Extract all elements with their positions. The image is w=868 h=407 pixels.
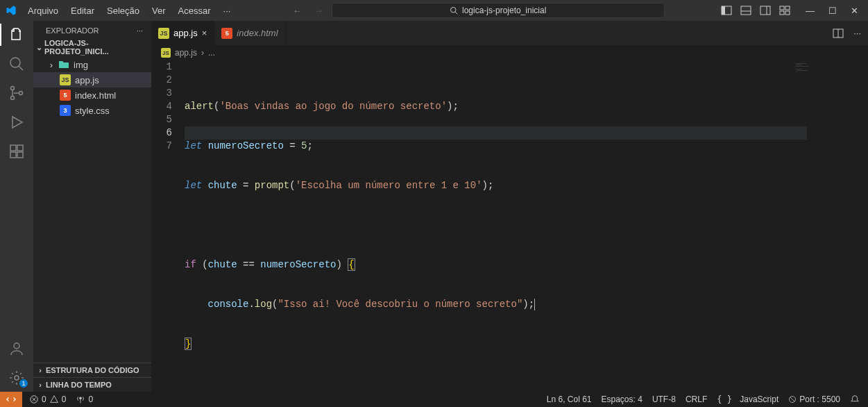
tree-label: img bbox=[74, 60, 88, 70]
layout-panel-icon[interactable] bbox=[740, 5, 751, 16]
svg-line-13 bbox=[19, 66, 23, 70]
svg-rect-11 bbox=[785, 11, 790, 15]
layout-sidebar-left-icon[interactable] bbox=[721, 5, 732, 16]
svg-rect-18 bbox=[10, 152, 16, 158]
settings-badge: 1 bbox=[19, 379, 28, 388]
code-lines[interactable]: alert('Boas vindas ao jogo do número sec… bbox=[185, 60, 868, 377]
command-center[interactable]: logica-js-projeto_inicial bbox=[332, 3, 665, 18]
close-icon[interactable]: ✕ bbox=[851, 6, 858, 16]
menu-selecao[interactable]: Seleção bbox=[101, 3, 145, 19]
tab-indexhtml[interactable]: 5 index.html bbox=[214, 21, 285, 45]
tree-label: index.html bbox=[75, 90, 116, 101]
cursor-position[interactable]: Ln 6, Col 61 bbox=[547, 394, 592, 404]
svg-point-21 bbox=[14, 343, 19, 349]
encoding-status[interactable]: UTF-8 bbox=[652, 394, 676, 404]
tree-label: app.js bbox=[75, 75, 99, 85]
tab-close-icon[interactable]: × bbox=[202, 28, 207, 38]
css-file-icon: 3 bbox=[60, 105, 71, 116]
svg-rect-17 bbox=[10, 145, 16, 151]
html-file-icon: 5 bbox=[221, 28, 232, 39]
tab-label: app.js bbox=[173, 28, 198, 38]
search-activity-icon[interactable] bbox=[8, 56, 25, 72]
svg-line-30 bbox=[790, 397, 794, 401]
timeline-section[interactable]: ›LINHA DO TEMPO bbox=[33, 377, 151, 392]
status-bar: 0 0 0 Ln 6, Col 61 Espaços: 4 UTF-8 CRLF… bbox=[0, 392, 868, 407]
tab-label: index.html bbox=[237, 28, 278, 38]
warning-icon bbox=[49, 394, 59, 404]
notifications-icon[interactable] bbox=[850, 394, 860, 404]
tree-file-indexhtml[interactable]: 5 index.html bbox=[33, 88, 151, 103]
extensions-icon[interactable] bbox=[8, 143, 25, 160]
minimize-icon[interactable]: — bbox=[806, 6, 815, 16]
split-editor-icon[interactable] bbox=[833, 28, 844, 39]
menu-arquivo[interactable]: Arquivo bbox=[22, 3, 64, 19]
menu-acessar[interactable]: Acessar bbox=[173, 3, 216, 19]
explorer-icon[interactable] bbox=[8, 26, 25, 43]
svg-point-14 bbox=[11, 87, 15, 90]
sidebar: EXPLORADOR ··· ⌄LOGICA-JS-PROJETO_INICI.… bbox=[33, 21, 151, 392]
outline-section[interactable]: ›ESTRUTURA DO CÓDIGO bbox=[33, 363, 151, 377]
vscode-icon bbox=[6, 5, 17, 16]
menu-more[interactable]: ··· bbox=[218, 3, 237, 19]
svg-line-1 bbox=[455, 12, 457, 14]
remote-indicator[interactable] bbox=[0, 392, 22, 407]
maximize-icon[interactable]: ☐ bbox=[828, 6, 837, 16]
editor-more-icon[interactable]: ··· bbox=[853, 28, 861, 39]
tree-file-appjs[interactable]: JS app.js bbox=[33, 72, 151, 88]
settings-gear-icon[interactable]: 1 bbox=[8, 369, 25, 386]
live-server-status[interactable]: Port : 5500 bbox=[788, 394, 840, 404]
broadcast-icon bbox=[788, 395, 797, 404]
project-section[interactable]: ⌄LOGICA-JS-PROJETO_INICI... bbox=[33, 38, 151, 57]
svg-rect-4 bbox=[741, 6, 751, 15]
text-cursor bbox=[534, 299, 535, 310]
js-file-icon: JS bbox=[161, 48, 171, 58]
explorer-title: EXPLORADOR bbox=[46, 26, 99, 35]
svg-point-0 bbox=[450, 8, 456, 13]
problems-status[interactable]: 0 0 bbox=[29, 394, 66, 404]
breadcrumb-more: ... bbox=[208, 48, 215, 58]
menu-editar[interactable]: Editar bbox=[65, 3, 100, 19]
tree-folder-img[interactable]: › img bbox=[33, 57, 151, 72]
ports-count: 0 bbox=[88, 394, 93, 404]
svg-rect-6 bbox=[760, 6, 770, 15]
error-icon bbox=[29, 394, 39, 404]
svg-point-15 bbox=[11, 97, 15, 100]
warning-count: 0 bbox=[62, 394, 67, 404]
js-file-icon: JS bbox=[60, 74, 71, 85]
svg-point-22 bbox=[15, 376, 19, 380]
chevron-right-icon: › bbox=[201, 48, 204, 58]
nav-forward-icon[interactable]: → bbox=[314, 6, 323, 16]
search-text: logica-js-projeto_inicial bbox=[462, 6, 546, 15]
code-editor[interactable]: 1234567 alert('Boas vindas ao jogo do nú… bbox=[151, 60, 868, 377]
activity-bar: 1 bbox=[0, 21, 33, 392]
js-file-icon: JS bbox=[158, 28, 169, 39]
ports-status[interactable]: 0 bbox=[76, 394, 93, 404]
html-file-icon: 5 bbox=[60, 90, 71, 101]
svg-rect-19 bbox=[17, 152, 23, 158]
account-icon[interactable] bbox=[8, 340, 25, 357]
radio-tower-icon bbox=[76, 394, 85, 404]
customize-layout-icon[interactable] bbox=[779, 5, 790, 16]
breadcrumb[interactable]: JS app.js › ... bbox=[151, 45, 868, 60]
indentation-status[interactable]: Espaços: 4 bbox=[602, 394, 643, 404]
main-menu: Arquivo Editar Seleção Ver Acessar ··· bbox=[22, 3, 236, 19]
svg-rect-8 bbox=[780, 6, 784, 10]
svg-rect-9 bbox=[785, 6, 790, 10]
svg-point-16 bbox=[19, 92, 23, 95]
explorer-more-icon[interactable]: ··· bbox=[137, 26, 143, 35]
eol-status[interactable]: CRLF bbox=[686, 394, 707, 404]
language-mode[interactable]: { } JavaScript bbox=[717, 394, 778, 404]
section-label: LINHA DO TEMPO bbox=[46, 381, 112, 389]
minimap[interactable]: ▬▬▬▬▬▬▬▬▬▬▬▬▬▬▬▬▬▬▬▬▬▬▬▬▬▬ ▬▬▬▬▬▬▬▬▬ bbox=[796, 63, 858, 90]
layout-sidebar-right-icon[interactable] bbox=[760, 5, 771, 16]
svg-rect-3 bbox=[722, 6, 725, 15]
tree-file-stylecss[interactable]: 3 style.css bbox=[33, 103, 151, 118]
run-debug-icon[interactable] bbox=[8, 114, 25, 131]
tab-appjs[interactable]: JS app.js × bbox=[151, 21, 214, 45]
search-icon bbox=[450, 6, 458, 15]
section-label: ESTRUTURA DO CÓDIGO bbox=[46, 366, 139, 374]
nav-back-icon[interactable]: ← bbox=[293, 6, 302, 16]
svg-point-28 bbox=[80, 397, 83, 400]
menu-ver[interactable]: Ver bbox=[146, 3, 171, 19]
source-control-icon[interactable] bbox=[8, 85, 25, 101]
